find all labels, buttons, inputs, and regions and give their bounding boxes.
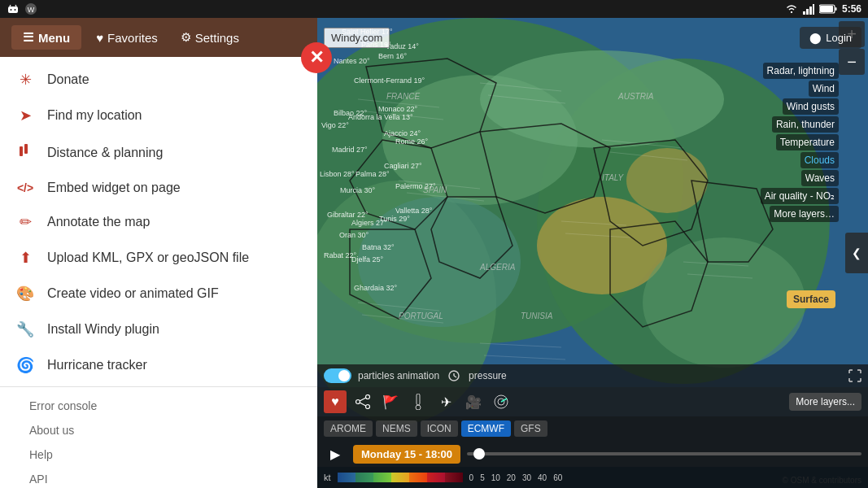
temperature-layer-btn[interactable]: Temperature — [776, 134, 839, 150]
sidebar-item-error-console[interactable]: Error console — [15, 394, 317, 418]
model-gfs-btn[interactable]: GFS — [514, 420, 547, 437]
model-arome-btn[interactable]: AROME — [324, 420, 373, 437]
gear-icon: ⚙ — [181, 30, 191, 45]
hamburger-icon: ☰ — [23, 30, 33, 45]
model-icon-btn[interactable]: ICON — [421, 420, 458, 437]
waves-layer-btn[interactable]: Waves — [801, 170, 839, 186]
layer-item-clouds: Clouds — [774, 152, 839, 168]
speed-tick-0: 0 — [469, 473, 474, 482]
svg-point-1 — [11, 9, 12, 11]
map-area: Saint Helier 17° Paris 19° Nantes 20° Cl… — [317, 18, 868, 488]
clouds-layer-btn[interactable]: Clouds — [800, 152, 839, 168]
model-ecmwf-btn[interactable]: ECMWF — [461, 420, 511, 437]
more-layers-bar-button[interactable]: More layers... — [789, 393, 861, 411]
rain-layer-btn[interactable]: Rain, thunder — [772, 116, 839, 133]
settings-button[interactable]: ⚙ Settings — [172, 25, 247, 50]
speed-tick-5: 40 — [538, 473, 547, 482]
flag-icon-btn[interactable]: 🚩 — [379, 390, 402, 413]
svg-text:Murcia 30°: Murcia 30° — [340, 186, 376, 194]
more-layers-btn[interactable]: More layers… — [770, 206, 839, 222]
svg-text:Andorra la Vella 13°: Andorra la Vella 13° — [348, 113, 413, 121]
svg-point-2 — [15, 9, 16, 11]
find-location-label: Find my location — [47, 108, 142, 123]
timeline-thumb — [473, 448, 485, 460]
play-button[interactable]: ▶ — [324, 442, 347, 465]
close-menu-button[interactable]: ✕ — [301, 42, 332, 73]
radar-scan-icon — [494, 394, 508, 409]
distance-label: Distance & planning — [47, 146, 163, 160]
menu-button[interactable]: ☰ Menu — [11, 25, 81, 50]
svg-rect-8 — [806, 9, 809, 15]
api-label: API — [29, 473, 48, 486]
collapse-panel-button[interactable]: ❮ — [845, 233, 868, 273]
speed-seg-1 — [355, 473, 373, 482]
radar-layer-btn[interactable]: Radar, lightning — [763, 63, 839, 79]
sidebar-item-distance[interactable]: Distance & planning — [0, 133, 317, 172]
sidebar-item-find-location[interactable]: ➤ Find my location — [0, 98, 317, 133]
sidebar-item-install-plugin[interactable]: 🔧 Install Windy plugin — [0, 312, 317, 347]
speed-seg-5 — [427, 473, 445, 482]
layer-item-radar: Radar, lightning — [774, 63, 839, 79]
sidebar-item-about-us[interactable]: About us — [15, 418, 317, 442]
layer-item-rain: Rain, thunder — [774, 116, 839, 133]
svg-text:Nantes 20°: Nantes 20° — [334, 57, 370, 65]
svg-point-25 — [480, 50, 724, 148]
svg-text:Djelfa 25°: Djelfa 25° — [351, 255, 384, 264]
sidebar-item-annotate[interactable]: ✏ Annotate the map — [0, 204, 317, 240]
svg-text:Madrid 27°: Madrid 27° — [332, 146, 368, 154]
svg-rect-9 — [809, 7, 812, 15]
hurricane-icon: 🌀 — [15, 356, 36, 374]
particles-toggle[interactable] — [324, 368, 351, 383]
share-icon-btn[interactable] — [351, 390, 374, 413]
main-container: ☰ Menu ♥ Favorites ⚙ Settings ✳ Donate ➤… — [0, 18, 868, 488]
timeline-track[interactable] — [467, 452, 861, 455]
sidebar-item-donate[interactable]: ✳ Donate — [0, 62, 317, 98]
layer-item-temperature: Temperature — [774, 134, 839, 150]
radar-icon-btn[interactable] — [490, 390, 513, 413]
model-nems-btn[interactable]: NEMS — [376, 420, 417, 437]
help-label: Help — [29, 448, 53, 461]
svg-line-83 — [360, 403, 366, 406]
sidebar-item-help[interactable]: Help — [15, 442, 317, 467]
error-console-label: Error console — [29, 399, 97, 412]
favorites-button[interactable]: ♥ Favorites — [88, 26, 166, 50]
thermometer-icon-btn[interactable] — [407, 390, 430, 413]
pressure-label: pressure — [469, 370, 507, 381]
plane-icon-btn[interactable]: ✈ — [434, 390, 457, 413]
svg-line-3 — [10, 5, 11, 7]
battery-icon — [819, 4, 837, 14]
sidebar-item-create-video[interactable]: 🎨 Create video or animated GIF — [0, 276, 317, 312]
svg-text:Rome 26°: Rome 26° — [395, 137, 429, 146]
particles-bar: particles animation pressure — [317, 364, 868, 387]
svg-rect-15 — [24, 144, 28, 154]
sidebar-item-api[interactable]: API — [15, 467, 317, 488]
sidebar-item-embed[interactable]: </> Embed widget on page — [0, 172, 317, 204]
speed-tick-6: 60 — [553, 473, 562, 482]
svg-line-78 — [454, 376, 456, 377]
install-plugin-label: Install Windy plugin — [47, 322, 159, 337]
sidebar-item-upload[interactable]: ⬆ Upload KML, GPX or geoJSON file — [0, 240, 317, 276]
speed-tick-2: 10 — [491, 473, 500, 482]
thermometer-icon — [413, 394, 423, 410]
svg-rect-0 — [8, 7, 18, 13]
svg-text:Monaco 22°: Monaco 22° — [378, 105, 418, 113]
status-bar-right: 5:56 — [785, 3, 861, 15]
wind-layer-btn[interactable]: Wind — [809, 81, 839, 97]
favorite-icon-btn[interactable]: ♥ — [324, 390, 347, 413]
sub-items-list: Error console About us Help API Feedback — [0, 390, 317, 488]
menu-divider — [0, 386, 317, 387]
timeline-bar: ▶ Monday 15 - 18:00 — [317, 441, 868, 467]
embed-label: Embed widget on page — [47, 181, 181, 195]
sidebar-item-hurricane[interactable]: 🌀 Hurricane tracker — [0, 347, 317, 383]
svg-text:Tunis 29°: Tunis 29° — [379, 215, 410, 223]
svg-text:Clermont-Ferrand 19°: Clermont-Ferrand 19° — [354, 76, 425, 85]
air-quality-layer-btn[interactable]: Air quality - NO₂ — [761, 188, 839, 204]
menu-label: Menu — [38, 31, 70, 45]
sidebar-header: ☰ Menu ♥ Favorites ⚙ Settings — [0, 18, 317, 57]
wind-gusts-layer-btn[interactable]: Wind gusts — [783, 98, 839, 115]
camera-icon-btn[interactable]: 🎥 — [462, 390, 485, 413]
wifi-icon — [785, 3, 798, 15]
svg-text:W: W — [28, 6, 35, 14]
speed-seg-2 — [373, 473, 391, 482]
layer-item-wind: Wind — [774, 81, 839, 97]
